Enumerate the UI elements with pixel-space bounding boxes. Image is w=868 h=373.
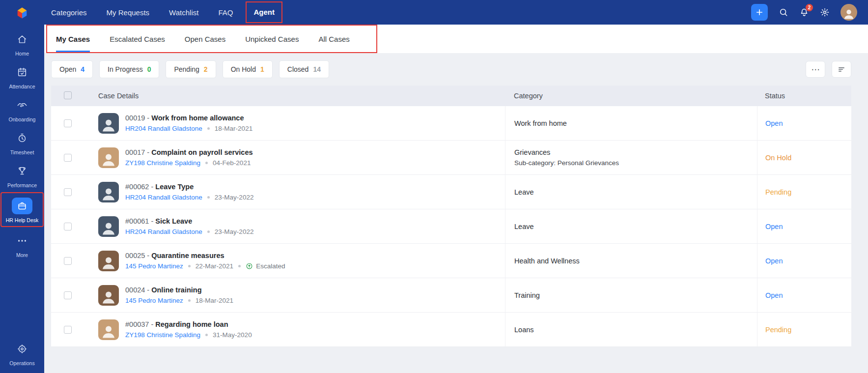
table-row[interactable]: 00024 - Online training 145 Pedro Martin… xyxy=(51,278,851,313)
row-checkbox[interactable] xyxy=(64,326,72,334)
sidebar-item-label: Timesheet xyxy=(10,149,34,155)
filter-chip-label: Closed xyxy=(287,65,309,73)
nav-item-watchlist[interactable]: Watchlist xyxy=(169,8,198,17)
tab-my-cases[interactable]: My Cases xyxy=(56,26,90,52)
table-header-row: Case Details Category Status xyxy=(51,86,851,106)
table-row[interactable]: 00017 - Complaint on payroll services ZY… xyxy=(51,141,851,175)
filter-chip-label: In Progress xyxy=(108,65,143,73)
status-text[interactable]: Open xyxy=(765,257,783,265)
requester-link[interactable]: ZY198 Christine Spalding xyxy=(125,331,200,339)
sort-filter-button[interactable] xyxy=(832,61,851,78)
annotation-box-tabs: My Cases Escalated Cases Open Cases Unpi… xyxy=(46,25,377,53)
case-title: Leave Type xyxy=(155,183,194,191)
case-id: 00024 - xyxy=(125,286,151,294)
table-row[interactable]: #00037 - Regarding home loan ZY198 Chris… xyxy=(51,313,851,347)
tab-open-cases[interactable]: Open Cases xyxy=(185,26,225,52)
operations-gear-icon xyxy=(12,341,32,357)
case-date: 22-Mar-2021 xyxy=(196,262,233,270)
top-nav-actions: 2 xyxy=(751,4,857,21)
notifications-button[interactable]: 2 xyxy=(799,7,809,17)
row-checkbox[interactable] xyxy=(64,257,72,265)
requester-link[interactable]: HR204 Randall Gladstone xyxy=(125,194,202,201)
briefcase-icon xyxy=(12,198,32,214)
case-tabs: My Cases Escalated Cases Open Cases Unpi… xyxy=(56,26,350,52)
status-text[interactable]: Pending xyxy=(765,326,791,334)
home-icon xyxy=(12,31,32,48)
sidebar-item-attendance[interactable]: Attendance xyxy=(1,59,43,92)
tab-all-cases[interactable]: All Cases xyxy=(318,26,349,52)
sidebar-item-operations[interactable]: Operations xyxy=(1,336,43,369)
requester-link[interactable]: HR204 Randall Gladstone xyxy=(125,125,202,132)
row-checkbox[interactable] xyxy=(64,119,72,127)
filter-chip-pending[interactable]: Pending 2 xyxy=(166,60,216,78)
requester-link[interactable]: HR204 Randall Gladstone xyxy=(125,228,202,235)
row-checkbox[interactable] xyxy=(64,154,72,162)
top-nav-links: Categories My Requests Watchlist FAQ Age… xyxy=(51,1,276,23)
sidebar-item-hr-help-desk[interactable]: HR Help Desk xyxy=(1,193,43,226)
category-text: Work from home xyxy=(514,119,567,127)
dot-separator xyxy=(205,334,208,336)
add-button[interactable] xyxy=(751,4,768,21)
case-id: 00019 - xyxy=(125,114,151,122)
status-text[interactable]: Pending xyxy=(765,188,791,196)
requester-link[interactable]: 145 Pedro Martinez xyxy=(125,297,183,304)
annotation-box-hr-help-desk: HR Help Desk xyxy=(0,192,44,227)
sort-filter-icon xyxy=(837,65,846,74)
table-row[interactable]: #00061 - Sick Leave HR204 Randall Gladst… xyxy=(51,209,851,244)
status-text[interactable]: On Hold xyxy=(765,154,791,162)
sidebar-item-more[interactable]: More xyxy=(1,228,43,261)
sidebar-item-performance[interactable]: Performance xyxy=(1,158,43,191)
nav-item-faq[interactable]: FAQ xyxy=(218,8,233,17)
requester-link[interactable]: 145 Pedro Martinez xyxy=(125,262,183,270)
handshake-icon xyxy=(12,97,32,114)
case-id: #00061 - xyxy=(125,217,155,225)
filter-chip-on-hold[interactable]: On Hold 1 xyxy=(223,60,273,78)
sidebar: Home Attendance Onboarding Timesheet Per xyxy=(0,0,44,373)
dot-separator xyxy=(188,299,191,302)
sidebar-item-home[interactable]: Home xyxy=(1,27,43,59)
row-checkbox[interactable] xyxy=(64,291,72,299)
top-navigation: Categories My Requests Watchlist FAQ Age… xyxy=(44,0,868,25)
tab-unpicked-cases[interactable]: Unpicked Cases xyxy=(245,26,299,52)
sidebar-item-label: HR Help Desk xyxy=(6,217,39,223)
row-checkbox[interactable] xyxy=(64,188,72,196)
status-text[interactable]: Open xyxy=(765,291,783,299)
settings-button[interactable] xyxy=(820,7,830,17)
sidebar-item-timesheet[interactable]: Timesheet xyxy=(1,125,43,158)
more-options-button[interactable]: ⋯ xyxy=(806,61,825,78)
nav-item-my-requests[interactable]: My Requests xyxy=(107,8,150,17)
row-checkbox[interactable] xyxy=(64,223,72,230)
case-text: #00062 - Leave Type HR204 Randall Gladst… xyxy=(125,183,253,201)
filter-chip-open[interactable]: Open 4 xyxy=(51,60,93,78)
user-avatar[interactable] xyxy=(840,4,857,21)
category-text: Health and Wellness xyxy=(514,257,580,265)
filter-chip-count: 4 xyxy=(81,65,84,73)
select-all-checkbox[interactable] xyxy=(64,91,72,99)
category-text: Loans xyxy=(514,326,534,334)
table-row[interactable]: #00062 - Leave Type HR204 Randall Gladst… xyxy=(51,175,851,209)
table-row[interactable]: 00019 - Work from home allowance HR204 R… xyxy=(51,106,851,141)
escalated-badge: Escalated xyxy=(246,262,285,270)
filter-chip-closed[interactable]: Closed 14 xyxy=(279,60,329,78)
requester-avatar xyxy=(98,251,119,271)
dot-separator xyxy=(207,196,210,199)
requester-avatar xyxy=(98,285,119,306)
case-tabs-strip: My Cases Escalated Cases Open Cases Unpi… xyxy=(44,25,868,53)
filter-chip-count: 1 xyxy=(260,65,264,73)
search-button[interactable] xyxy=(779,7,788,17)
status-text[interactable]: Open xyxy=(765,119,783,127)
sidebar-item-onboarding[interactable]: Onboarding xyxy=(1,92,43,125)
case-id: #00037 - xyxy=(125,320,155,328)
table-row[interactable]: 00025 - Quarantine measures 145 Pedro Ma… xyxy=(51,244,851,278)
status-text[interactable]: Open xyxy=(765,223,783,230)
annotation-box-agent: Agent xyxy=(246,1,282,23)
clock-icon xyxy=(12,130,32,146)
case-title: Regarding home loan xyxy=(155,320,228,328)
nav-item-agent[interactable]: Agent xyxy=(253,8,275,16)
filter-chip-in-progress[interactable]: In Progress 0 xyxy=(99,60,159,78)
nav-item-categories[interactable]: Categories xyxy=(51,8,87,17)
app-logo[interactable] xyxy=(15,0,29,27)
tab-escalated-cases[interactable]: Escalated Cases xyxy=(110,26,165,52)
requester-link[interactable]: ZY198 Christine Spalding xyxy=(125,159,200,167)
sidebar-item-label: Onboarding xyxy=(9,116,36,122)
